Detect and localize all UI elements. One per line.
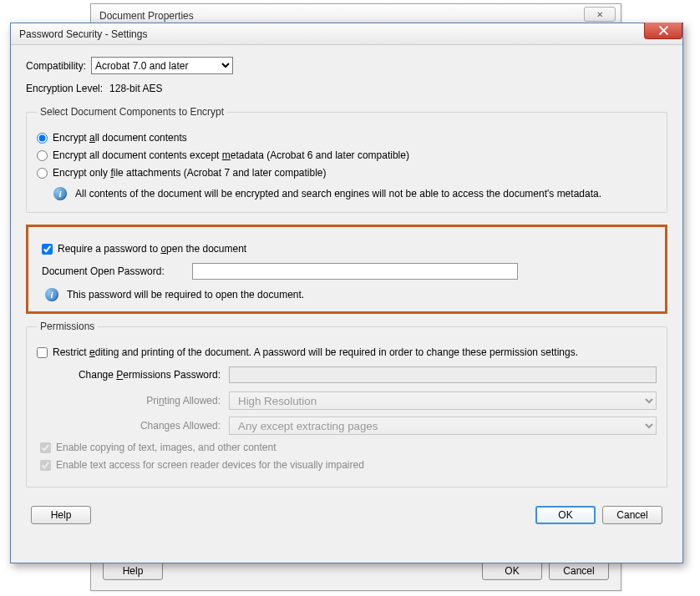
parent-cancel-button[interactable]: Cancel [549, 562, 609, 580]
parent-ok-button[interactable]: OK [482, 562, 542, 580]
document-open-password-label: Document Open Password: [42, 265, 192, 277]
change-permissions-password-label: Change Permissions Password: [70, 369, 229, 381]
encrypt-except-metadata-radio[interactable] [37, 150, 48, 161]
encrypt-all-label[interactable]: Encrypt all document contents [53, 132, 187, 144]
changes-allowed-select: Any except extracting pages [229, 417, 657, 435]
open-password-highlight: Require a password to open the document … [26, 225, 667, 314]
encrypt-all-radio[interactable] [37, 133, 48, 144]
enable-copying-checkbox [40, 442, 51, 453]
changes-allowed-label: Changes Allowed: [70, 420, 229, 432]
help-button[interactable]: Help [31, 506, 91, 524]
require-open-password-checkbox[interactable] [42, 244, 53, 255]
encrypt-except-metadata-label[interactable]: Encrypt all document contents except met… [53, 149, 409, 161]
printing-allowed-select: High Resolution [229, 391, 657, 410]
close-glyph-icon: ✕ [596, 10, 603, 19]
dialog-titlebar: Password Security - Settings [11, 23, 682, 45]
info-icon: i [53, 187, 67, 200]
require-open-password-label[interactable]: Require a password to open the document [58, 243, 246, 255]
password-security-dialog: Password Security - Settings Compatibili… [10, 23, 683, 563]
change-permissions-password-input [229, 366, 657, 383]
enable-copying-label: Enable copying of text, images, and othe… [56, 442, 276, 453]
cancel-button[interactable]: Cancel [602, 506, 662, 524]
printing-allowed-label: Printing Allowed: [70, 395, 229, 407]
dialog-close-button[interactable] [644, 23, 682, 39]
encrypt-attachments-label[interactable]: Encrypt only file attachments (Acrobat 7… [53, 167, 327, 179]
enable-screen-reader-label: Enable text access for screen reader dev… [56, 459, 364, 471]
components-legend: Select Document Components to Encrypt [37, 106, 227, 118]
encryption-level-label: Encryption Level: [26, 83, 103, 94]
parent-help-button[interactable]: Help [103, 562, 163, 580]
permissions-fieldset: Permissions Restrict editing and printin… [26, 321, 667, 487]
components-info-text: All contents of the document will be enc… [75, 188, 601, 200]
restrict-editing-checkbox[interactable] [37, 347, 48, 358]
parent-title: Document Properties [99, 10, 194, 22]
enable-screen-reader-checkbox [40, 460, 51, 471]
info-icon: i [45, 288, 58, 301]
encrypt-attachments-radio[interactable] [37, 168, 48, 179]
compatibility-select[interactable]: Acrobat 7.0 and later [91, 57, 233, 74]
components-fieldset: Select Document Components to Encrypt En… [26, 106, 667, 213]
document-open-password-input[interactable] [192, 263, 518, 280]
close-icon [659, 26, 668, 35]
parent-close-button[interactable]: ✕ [584, 7, 616, 22]
restrict-editing-label[interactable]: Restrict editing and printing of the doc… [53, 346, 578, 358]
ok-button[interactable]: OK [535, 506, 596, 524]
open-password-info-text: This password will be required to open t… [67, 289, 304, 301]
dialog-title: Password Security - Settings [19, 28, 147, 40]
encryption-level-value: 128-bit AES [109, 83, 162, 94]
permissions-legend: Permissions [37, 321, 98, 332]
compatibility-label: Compatibility: [26, 60, 86, 72]
